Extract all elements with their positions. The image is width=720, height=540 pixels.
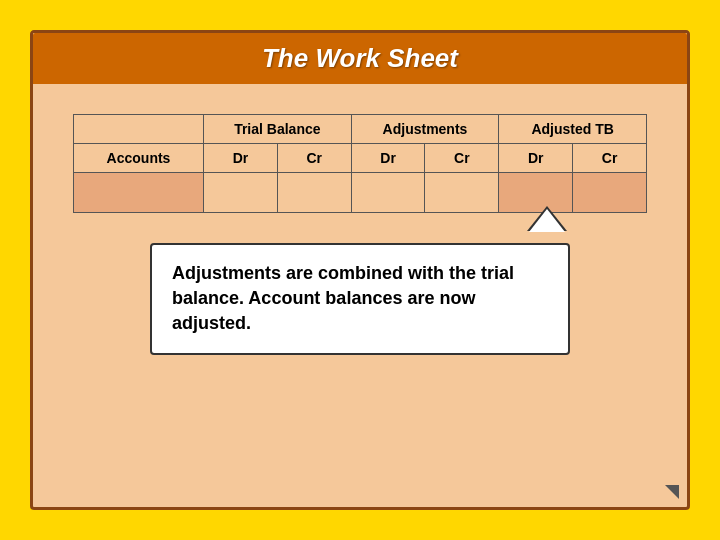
callout-text: Adjustments are combined with the trial … — [172, 261, 548, 337]
trial-balance-header: Trial Balance — [204, 115, 352, 144]
slide-title: The Work Sheet — [262, 43, 458, 73]
worksheet-table: Trial Balance Adjustments Adjusted TB Ac… — [73, 114, 647, 213]
accounts-col-header — [74, 115, 204, 144]
adjusted-tb-header: Adjusted TB — [499, 115, 647, 144]
row-tb-dr — [204, 173, 278, 213]
callout-arrow-inner — [529, 209, 565, 232]
trial-balance-cr: Cr — [277, 144, 351, 173]
trial-balance-dr: Dr — [204, 144, 278, 173]
section-header-row: Trial Balance Adjustments Adjusted TB — [74, 115, 647, 144]
accounts-label: Accounts — [74, 144, 204, 173]
adjustments-header: Adjustments — [351, 115, 499, 144]
adjusted-tb-cr: Cr — [573, 144, 647, 173]
col-labels-row: Accounts Dr Cr Dr Cr Dr Cr — [74, 144, 647, 173]
row-tb-cr — [277, 173, 351, 213]
slide-header: The Work Sheet — [33, 33, 687, 84]
adjustments-dr: Dr — [351, 144, 425, 173]
callout-box: Adjustments are combined with the trial … — [150, 243, 570, 355]
row-adj-cr — [425, 173, 499, 213]
row-accounts — [74, 173, 204, 213]
slide-container: The Work Sheet Trial Balance Adjustments… — [30, 30, 690, 510]
adjusted-tb-dr: Dr — [499, 144, 573, 173]
slide-content: Trial Balance Adjustments Adjusted TB Ac… — [33, 84, 687, 507]
row-atb-cr — [573, 173, 647, 213]
adjustments-cr: Cr — [425, 144, 499, 173]
corner-arrow-icon — [665, 485, 679, 499]
row-adj-dr — [351, 173, 425, 213]
